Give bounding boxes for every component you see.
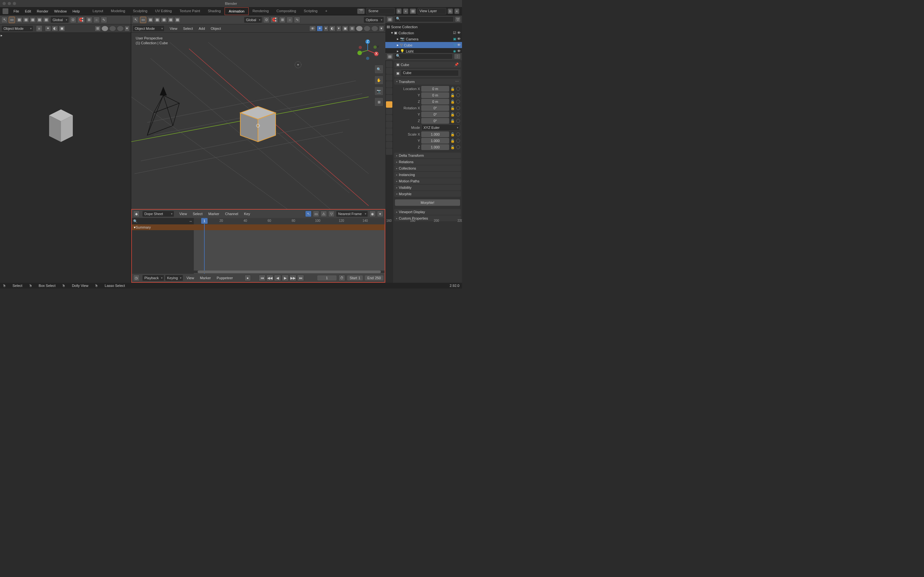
selmode-c4[interactable]: ▦ [168, 17, 174, 23]
datablock-name[interactable]: Cube [401, 70, 459, 76]
zoom-dot[interactable] [13, 2, 16, 5]
timeline-ruler[interactable]: 20 40 60 80 100 120 140 160 180 200 220 … [194, 218, 384, 224]
tree-scene-collection[interactable]: ▤ Scene Collection [385, 24, 462, 30]
end-frame-field[interactable]: End 250 [365, 276, 383, 280]
shading-opts-icon[interactable]: ▾ [124, 26, 129, 31]
xray-icon-c[interactable]: ▣ [342, 26, 349, 31]
gizmo-opts-icon[interactable]: ▾ [323, 26, 328, 31]
ds-select-tool-icon[interactable]: ↖ [305, 211, 312, 217]
wireframe-shading-icon[interactable]: ⊞ [95, 26, 101, 31]
tl-menu-marker[interactable]: Marker [197, 275, 213, 281]
loc-y-field[interactable]: 0 m [421, 92, 449, 98]
scene-field[interactable]: Scene [366, 8, 395, 15]
blender-logo-icon[interactable] [3, 8, 8, 14]
pan-icon[interactable]: ✋ [375, 76, 383, 85]
nav-gizmo[interactable]: Z X Y [357, 39, 379, 61]
pin-icon[interactable]: 📌 [454, 63, 459, 67]
scene-new-icon[interactable]: ⎘ [396, 8, 402, 14]
modifier-tab-icon[interactable] [386, 108, 393, 114]
lock-icon[interactable]: 🔓 [451, 100, 455, 104]
ds-menu-channel[interactable]: Channel [222, 211, 241, 217]
eye-icon[interactable]: 👁 [457, 37, 461, 41]
tl-menu-view[interactable]: View [184, 275, 197, 281]
breadcrumb[interactable]: ▣ Cube📌 [394, 61, 461, 68]
ds-menu-view[interactable]: View [177, 211, 190, 217]
viewlayer-new-icon[interactable]: ⎘ [447, 8, 453, 14]
playhead-frame[interactable]: 1 [201, 218, 208, 224]
scene-tab-icon[interactable] [386, 88, 393, 94]
options-dropdown[interactable]: Options [363, 17, 384, 23]
panel-morphle[interactable]: Morphle [394, 191, 461, 197]
pivot-icon[interactable]: ⊙ [70, 17, 76, 23]
ds-boxselect-icon[interactable]: ▭ [313, 211, 319, 217]
tool-tab-icon[interactable] [386, 61, 393, 67]
mode-dropdown[interactable]: Object Mode [1, 25, 33, 32]
world-tab-icon[interactable] [386, 95, 393, 101]
ds-filter-icon[interactable]: ▽ [328, 211, 334, 217]
camera-view-icon[interactable]: 📷 [375, 87, 383, 95]
keying-menu[interactable]: Keying [165, 275, 184, 281]
keyframe-dot[interactable] [456, 106, 460, 110]
vp-menu-select[interactable]: Select [181, 25, 196, 32]
tab-animation[interactable]: Animation [225, 7, 249, 15]
xray-icon[interactable]: ▣ [59, 26, 65, 31]
start-frame-field[interactable]: Start 1 [347, 276, 363, 280]
tab-modeling[interactable]: Modeling [107, 7, 129, 15]
panel-relations[interactable]: Relations [394, 159, 461, 165]
lock-icon[interactable]: 🔓 [451, 93, 455, 97]
rendered-shading-icon[interactable] [117, 26, 124, 31]
matprev-shading-icon[interactable] [109, 26, 116, 31]
lock-icon[interactable]: 🔓 [451, 139, 455, 143]
autokey-icon[interactable]: ● [244, 275, 251, 281]
arrows-icon[interactable]: ↔ [189, 219, 192, 223]
panel-customprops[interactable]: Custom Properties [394, 215, 461, 221]
rotmode-dropdown[interactable]: XYZ Euler [421, 124, 460, 131]
dopesheet-mode-dropdown[interactable]: Dope Sheet [142, 211, 174, 217]
cursor-tool-icon-c[interactable]: ↖ [132, 17, 139, 23]
keyframe-dot[interactable] [456, 145, 460, 149]
tl-menu-puppeteer[interactable]: Puppeteer [214, 275, 236, 281]
snap-target-icon[interactable]: ⊞ [86, 17, 92, 23]
minimize-dot[interactable] [8, 2, 11, 5]
menu-file[interactable]: File [11, 8, 22, 15]
cursor-tool-icon[interactable]: ↖ [1, 17, 8, 23]
keyframe-dot[interactable] [456, 100, 460, 103]
lock-icon[interactable]: 🔓 [451, 106, 455, 110]
select-mode-1[interactable]: ▦ [16, 17, 23, 23]
eye-icon[interactable]: 👁 [457, 31, 461, 35]
scale-z-field[interactable]: 1.000 [421, 144, 449, 150]
loc-x-field[interactable]: 0 m [421, 86, 449, 92]
snap-icon[interactable]: 🧲 [78, 17, 85, 23]
channel-search[interactable]: 🔍↔ [132, 218, 194, 224]
panel-menu-icon[interactable]: ⋯ [455, 79, 459, 84]
panel-deltatransform[interactable]: Delta Transform [394, 153, 461, 158]
current-frame-field[interactable]: 1 [317, 276, 336, 280]
scene-del-icon[interactable]: × [403, 8, 408, 14]
viewlayer-del-icon[interactable]: × [454, 8, 459, 14]
overlay-opts-icon[interactable]: ▾ [336, 26, 341, 31]
tab-scripting[interactable]: Scripting [300, 7, 321, 15]
select-mode-2[interactable]: ▦ [23, 17, 29, 23]
tab-shading[interactable]: Shading [204, 7, 225, 15]
prev-key-icon[interactable]: ◀◀ [266, 275, 273, 281]
lock-icon[interactable]: 🔓 [451, 113, 455, 117]
ds-prop-icon[interactable]: ◉ [369, 211, 376, 217]
ds-propopts-icon[interactable]: ▾ [377, 211, 383, 217]
ds-menu-marker[interactable]: Marker [206, 211, 222, 217]
proportional-icon[interactable]: ○ [94, 17, 100, 23]
material-tab-icon[interactable] [386, 142, 393, 148]
play-rev-icon[interactable]: ◀ [274, 275, 281, 281]
loc-z-field[interactable]: 0 m [421, 99, 449, 105]
jump-start-icon[interactable]: ⏮ [258, 275, 266, 281]
tab-layout[interactable]: Layout [89, 7, 107, 15]
vp-menu-add[interactable]: Add [196, 25, 208, 32]
rendered-shade-icon[interactable] [371, 26, 378, 31]
checkbox-icon[interactable]: ☑ [453, 31, 456, 35]
play-icon[interactable]: ▶ [282, 275, 289, 281]
tab-uvediting[interactable]: UV Editing [151, 7, 176, 15]
panel-collections[interactable]: Collections [394, 165, 461, 171]
panel-viewportdisplay[interactable]: Viewport Display [394, 209, 461, 215]
summary-row[interactable]: ▾ Summary [132, 224, 194, 230]
close-dot[interactable] [3, 2, 6, 5]
outliner-filter-icon[interactable]: ▽ [455, 16, 461, 22]
